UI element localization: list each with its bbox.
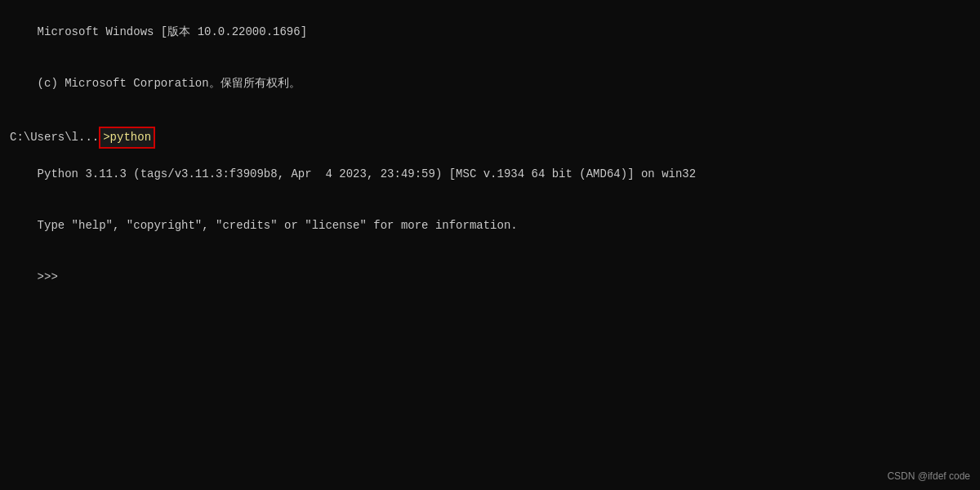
type-hint-line: Type "help", "copyright", "credits" or "…: [10, 200, 970, 252]
active-prompt-text: >>>: [38, 270, 58, 283]
type-hint-text: Type "help", "copyright", "credits" or "…: [38, 219, 518, 232]
watermark: CSDN @ifdef code: [887, 470, 970, 482]
blank-line: [10, 109, 970, 127]
prompt-path: C:\Users\l...: [10, 129, 99, 146]
command-prompt-line: C:\Users\l...>python: [10, 127, 970, 149]
windows-version-line: Microsoft Windows [版本 10.0.22000.1696]: [10, 7, 970, 58]
python-info-line: Python 3.11.3 (tags/v3.11.3:f3909b8, Apr…: [10, 149, 970, 200]
terminal-window: Microsoft Windows [版本 10.0.22000.1696] (…: [0, 0, 980, 490]
python-info-text: Python 3.11.3 (tags/v3.11.3:f3909b8, Apr…: [38, 167, 697, 180]
watermark-text: CSDN @ifdef code: [887, 470, 970, 482]
copyright-line: (c) Microsoft Corporation。保留所有权利。: [10, 58, 970, 109]
python-command-highlight: >python: [99, 127, 155, 149]
windows-version-text: Microsoft Windows [版本 10.0.22000.1696]: [38, 25, 307, 38]
active-prompt-line[interactable]: >>>: [10, 252, 970, 303]
copyright-text: (c) Microsoft Corporation。保留所有权利。: [38, 77, 301, 90]
